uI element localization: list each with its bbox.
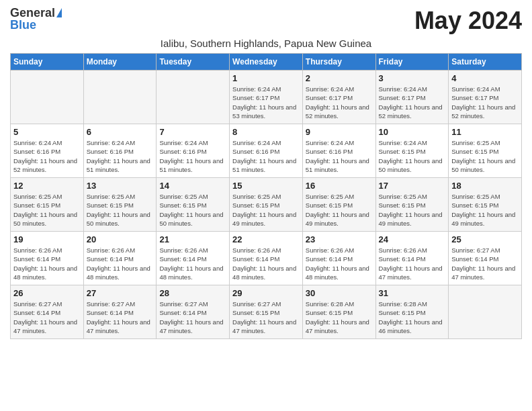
day-number: 20 (87, 234, 154, 244)
day-number: 11 (451, 127, 519, 137)
calendar-cell: 14Sunrise: 6:25 AM Sunset: 6:15 PM Dayli… (157, 178, 230, 232)
calendar-cell: 7Sunrise: 6:24 AM Sunset: 6:16 PM Daylig… (157, 124, 230, 178)
day-number: 16 (306, 181, 373, 191)
calendar-cell: 11Sunrise: 6:25 AM Sunset: 6:15 PM Dayli… (449, 124, 522, 178)
calendar-cell: 6Sunrise: 6:24 AM Sunset: 6:16 PM Daylig… (83, 124, 157, 178)
header-cell-friday: Friday (375, 54, 449, 71)
day-info: Sunrise: 6:24 AM Sunset: 6:17 PM Dayligh… (379, 85, 446, 120)
header-cell-monday: Monday (83, 54, 157, 71)
day-info: Sunrise: 6:25 AM Sunset: 6:15 PM Dayligh… (379, 192, 446, 228)
day-info: Sunrise: 6:24 AM Sunset: 6:17 PM Dayligh… (306, 85, 373, 120)
calendar-cell: 16Sunrise: 6:25 AM Sunset: 6:15 PM Dayli… (302, 178, 375, 232)
day-number: 8 (232, 127, 300, 137)
header-cell-saturday: Saturday (449, 54, 522, 71)
calendar-cell: 24Sunrise: 6:26 AM Sunset: 6:14 PM Dayli… (375, 232, 449, 285)
calendar-cell (83, 71, 157, 124)
day-number: 13 (87, 181, 154, 191)
calendar-cell: 12Sunrise: 6:25 AM Sunset: 6:15 PM Dayli… (11, 178, 84, 232)
calendar-cell: 25Sunrise: 6:27 AM Sunset: 6:14 PM Dayli… (449, 232, 522, 285)
header-row: SundayMondayTuesdayWednesdayThursdayFrid… (11, 54, 522, 71)
day-info: Sunrise: 6:28 AM Sunset: 6:15 PM Dayligh… (306, 300, 373, 335)
logo: General Blue (10, 7, 62, 31)
calendar-cell: 22Sunrise: 6:26 AM Sunset: 6:14 PM Dayli… (230, 232, 303, 285)
day-number: 26 (13, 288, 81, 298)
calendar-cell: 13Sunrise: 6:25 AM Sunset: 6:15 PM Dayli… (83, 178, 157, 232)
calendar-header: SundayMondayTuesdayWednesdayThursdayFrid… (11, 54, 522, 71)
day-info: Sunrise: 6:27 AM Sunset: 6:14 PM Dayligh… (87, 300, 154, 335)
calendar-cell: 20Sunrise: 6:26 AM Sunset: 6:14 PM Dayli… (83, 232, 157, 285)
day-number: 25 (451, 234, 519, 244)
week-row-5: 26Sunrise: 6:27 AM Sunset: 6:14 PM Dayli… (11, 285, 522, 339)
calendar-cell: 18Sunrise: 6:25 AM Sunset: 6:15 PM Dayli… (449, 178, 522, 232)
calendar-cell: 9Sunrise: 6:24 AM Sunset: 6:16 PM Daylig… (302, 124, 375, 178)
day-number: 5 (13, 127, 81, 137)
day-number: 10 (379, 127, 446, 137)
calendar-cell: 3Sunrise: 6:24 AM Sunset: 6:17 PM Daylig… (375, 71, 449, 124)
calendar-cell: 17Sunrise: 6:25 AM Sunset: 6:15 PM Dayli… (375, 178, 449, 232)
calendar-cell: 10Sunrise: 6:24 AM Sunset: 6:15 PM Dayli… (375, 124, 449, 178)
day-info: Sunrise: 6:26 AM Sunset: 6:14 PM Dayligh… (379, 246, 446, 281)
calendar-cell: 4Sunrise: 6:24 AM Sunset: 6:17 PM Daylig… (449, 71, 522, 124)
day-info: Sunrise: 6:25 AM Sunset: 6:15 PM Dayligh… (451, 192, 519, 228)
calendar-cell (157, 71, 230, 124)
day-info: Sunrise: 6:24 AM Sunset: 6:16 PM Dayligh… (159, 138, 226, 174)
day-number: 30 (306, 288, 373, 298)
day-info: Sunrise: 6:27 AM Sunset: 6:14 PM Dayligh… (451, 246, 519, 281)
day-info: Sunrise: 6:26 AM Sunset: 6:14 PM Dayligh… (306, 246, 373, 281)
day-number: 9 (306, 127, 373, 137)
calendar-body: 1Sunrise: 6:24 AM Sunset: 6:17 PM Daylig… (11, 71, 522, 339)
day-info: Sunrise: 6:25 AM Sunset: 6:15 PM Dayligh… (159, 192, 226, 228)
day-number: 22 (232, 234, 300, 244)
calendar-cell: 5Sunrise: 6:24 AM Sunset: 6:16 PM Daylig… (11, 124, 84, 178)
calendar-cell: 31Sunrise: 6:28 AM Sunset: 6:15 PM Dayli… (375, 285, 449, 339)
day-number: 29 (232, 288, 300, 298)
day-info: Sunrise: 6:26 AM Sunset: 6:14 PM Dayligh… (232, 246, 300, 281)
day-info: Sunrise: 6:27 AM Sunset: 6:15 PM Dayligh… (232, 300, 300, 335)
day-info: Sunrise: 6:26 AM Sunset: 6:14 PM Dayligh… (159, 246, 226, 281)
day-number: 28 (159, 288, 226, 298)
calendar-cell: 28Sunrise: 6:27 AM Sunset: 6:14 PM Dayli… (157, 285, 230, 339)
calendar-cell (11, 71, 84, 124)
day-number: 1 (232, 73, 300, 83)
day-info: Sunrise: 6:24 AM Sunset: 6:16 PM Dayligh… (87, 138, 154, 174)
week-row-3: 12Sunrise: 6:25 AM Sunset: 6:15 PM Dayli… (11, 178, 522, 232)
day-number: 15 (232, 181, 300, 191)
day-number: 6 (87, 127, 154, 137)
calendar-cell (449, 285, 522, 339)
calendar-cell: 29Sunrise: 6:27 AM Sunset: 6:15 PM Dayli… (230, 285, 303, 339)
calendar-cell: 21Sunrise: 6:26 AM Sunset: 6:14 PM Dayli… (157, 232, 230, 285)
header-cell-sunday: Sunday (11, 54, 84, 71)
day-info: Sunrise: 6:27 AM Sunset: 6:14 PM Dayligh… (13, 300, 81, 335)
month-title: May 2024 (414, 7, 522, 35)
day-number: 21 (159, 234, 226, 244)
day-number: 14 (159, 181, 226, 191)
day-info: Sunrise: 6:24 AM Sunset: 6:17 PM Dayligh… (232, 85, 300, 120)
day-number: 23 (306, 234, 373, 244)
week-row-2: 5Sunrise: 6:24 AM Sunset: 6:16 PM Daylig… (11, 124, 522, 178)
day-info: Sunrise: 6:28 AM Sunset: 6:15 PM Dayligh… (379, 300, 446, 335)
day-info: Sunrise: 6:26 AM Sunset: 6:14 PM Dayligh… (13, 246, 81, 281)
day-info: Sunrise: 6:25 AM Sunset: 6:15 PM Dayligh… (87, 192, 154, 228)
week-row-1: 1Sunrise: 6:24 AM Sunset: 6:17 PM Daylig… (11, 71, 522, 124)
calendar-cell: 2Sunrise: 6:24 AM Sunset: 6:17 PM Daylig… (302, 71, 375, 124)
day-info: Sunrise: 6:24 AM Sunset: 6:16 PM Dayligh… (306, 138, 373, 174)
day-info: Sunrise: 6:25 AM Sunset: 6:15 PM Dayligh… (451, 138, 519, 174)
day-info: Sunrise: 6:26 AM Sunset: 6:14 PM Dayligh… (87, 246, 154, 281)
day-number: 19 (13, 234, 81, 244)
day-number: 18 (451, 181, 519, 191)
week-row-4: 19Sunrise: 6:26 AM Sunset: 6:14 PM Dayli… (11, 232, 522, 285)
header-cell-thursday: Thursday (302, 54, 375, 71)
location-subtitle: Ialibu, Southern Highlands, Papua New Gu… (10, 38, 522, 49)
day-number: 3 (379, 73, 446, 83)
day-number: 7 (159, 127, 226, 137)
day-info: Sunrise: 6:24 AM Sunset: 6:17 PM Dayligh… (451, 85, 519, 120)
day-info: Sunrise: 6:25 AM Sunset: 6:15 PM Dayligh… (232, 192, 300, 228)
day-info: Sunrise: 6:25 AM Sunset: 6:15 PM Dayligh… (13, 192, 81, 228)
logo-triangle-icon (56, 8, 62, 17)
calendar-cell: 19Sunrise: 6:26 AM Sunset: 6:14 PM Dayli… (11, 232, 84, 285)
day-number: 17 (379, 181, 446, 191)
day-info: Sunrise: 6:24 AM Sunset: 6:16 PM Dayligh… (232, 138, 300, 174)
day-info: Sunrise: 6:24 AM Sunset: 6:16 PM Dayligh… (13, 138, 81, 174)
logo-general-text: General (10, 7, 55, 19)
day-info: Sunrise: 6:25 AM Sunset: 6:15 PM Dayligh… (306, 192, 373, 228)
